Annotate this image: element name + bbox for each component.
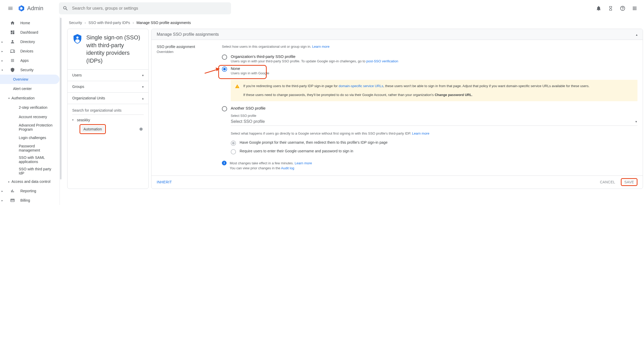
- breadcrumb: Security › SSO with third-party IDPs › M…: [62, 17, 644, 29]
- apps-grid-icon[interactable]: [629, 3, 640, 14]
- radio-require-google[interactable]: Require users to enter their Google user…: [231, 147, 637, 156]
- nav-label: 2-step verification: [19, 105, 47, 110]
- notifications-icon[interactable]: [593, 3, 604, 14]
- hamburger-menu-icon[interactable]: [4, 2, 17, 15]
- search-bar[interactable]: [59, 2, 231, 14]
- save-button[interactable]: SAVE: [624, 180, 634, 184]
- radio-icon: [231, 141, 236, 146]
- select-sso-profile[interactable]: Select SSO profile Select SSO profile▼: [231, 114, 637, 126]
- annotation-highlight: Automation: [80, 124, 106, 134]
- sidebar-item-advanced-protection[interactable]: Advanced Protection Program: [0, 122, 59, 133]
- ou-status-dot-icon: [139, 128, 143, 131]
- radio-icon: [222, 55, 227, 60]
- help-icon[interactable]: [617, 3, 628, 14]
- chevron-down-icon: ▾: [72, 118, 75, 121]
- svg-marker-3: [216, 68, 220, 71]
- ou-search[interactable]: Search for organizational units: [72, 107, 144, 115]
- breadcrumb-security[interactable]: Security: [69, 21, 82, 25]
- section-heading: SSO profile assignment Overridden: [157, 45, 209, 171]
- left-row-groups[interactable]: Groups: [68, 81, 148, 92]
- nav-label: Overview: [13, 77, 28, 81]
- learn-more-link[interactable]: Learn more: [312, 45, 329, 49]
- search-input[interactable]: [72, 6, 227, 11]
- tasks-hourglass-icon[interactable]: [605, 3, 616, 14]
- nav-label: Apps: [20, 58, 29, 63]
- sidebar-item-authentication[interactable]: ▾Authentication: [0, 93, 59, 103]
- nav-label: Devices: [20, 49, 33, 53]
- sidebar-item-reporting[interactable]: ▸Reporting: [0, 186, 59, 196]
- nav-label: Reporting: [20, 189, 36, 193]
- info-row: i Most changes take effect in a few minu…: [222, 161, 637, 171]
- sidebar-item-password-mgmt[interactable]: Password management: [0, 142, 59, 154]
- ou-child-automation[interactable]: Automation: [81, 126, 104, 132]
- sidebar: Home Dashboard ▸Directory ▸Devices ▸Apps…: [0, 17, 59, 205]
- sidebar-item-sso-third-party[interactable]: SSO with third party IdP: [0, 165, 59, 177]
- ou-root[interactable]: ▾seaskky: [72, 117, 144, 123]
- nav-label: SSO with third party IdP: [19, 167, 57, 175]
- nav-label: Dashboard: [20, 30, 38, 34]
- header-actions: [593, 3, 640, 14]
- nav-label: Advanced Protection Program: [19, 123, 57, 131]
- left-panel: Single sign-on (SSO) with third-party id…: [67, 29, 149, 189]
- left-row-ou[interactable]: Organizational Units: [68, 92, 148, 104]
- radio-icon: [222, 106, 227, 111]
- audit-log-link[interactable]: Audit log: [281, 166, 294, 170]
- search-icon: [63, 5, 68, 11]
- nav-label: Authentication: [11, 96, 35, 100]
- info-icon: i: [222, 161, 227, 165]
- radio-icon: [231, 149, 236, 154]
- radio-prompt-redirect[interactable]: Have Google prompt for their username, t…: [231, 139, 637, 147]
- chevron-down-icon: ▼: [635, 120, 637, 123]
- sidebar-item-apps[interactable]: ▸Apps: [0, 56, 59, 65]
- chevron-right-icon: ›: [85, 21, 86, 25]
- sidebar-item-security[interactable]: ▾Security: [0, 65, 59, 75]
- radio-org-sso[interactable]: Organization's third-party SSO profile U…: [222, 53, 637, 65]
- sidebar-item-overview[interactable]: Overview: [0, 75, 59, 84]
- intro-text: Select how users in this organizational …: [222, 45, 637, 49]
- radio-another-sso[interactable]: Another SSO profile: [222, 104, 637, 113]
- right-panel-footer: INHERIT CANCEL SAVE: [151, 176, 643, 189]
- inherit-button[interactable]: INHERIT: [157, 180, 172, 184]
- sidebar-item-dashboard[interactable]: Dashboard: [0, 28, 59, 37]
- chevron-down-icon: [142, 85, 144, 89]
- nav-label: Password management: [19, 144, 57, 152]
- learn-more-link[interactable]: Learn more: [295, 161, 312, 165]
- nav-label: Directory: [20, 40, 35, 44]
- sidebar-item-billing[interactable]: ▸Billing: [0, 196, 59, 205]
- sidebar-item-sso-saml[interactable]: SSO with SAML applications: [0, 154, 59, 165]
- radio-icon: [222, 67, 227, 72]
- right-panel-header[interactable]: Manage SSO profile assignments: [151, 29, 643, 40]
- cancel-button[interactable]: CANCEL: [600, 180, 615, 184]
- sidebar-item-alert-center[interactable]: Alert center: [0, 84, 59, 93]
- radio-none[interactable]: None Users sign in with Google: [222, 65, 637, 77]
- sidebar-item-login-challenges[interactable]: Login challenges: [0, 133, 59, 142]
- sidebar-item-account-recovery[interactable]: Account recovery: [0, 112, 59, 122]
- nav-label: Login challenges: [19, 136, 46, 140]
- app-name: Admin: [27, 5, 43, 12]
- sidebar-item-devices[interactable]: ▸Devices: [0, 46, 59, 56]
- warning-icon: [235, 84, 240, 89]
- logo-area[interactable]: Admin: [18, 5, 43, 12]
- left-row-users[interactable]: Users: [68, 69, 148, 81]
- annotation-highlight: SAVE: [621, 178, 637, 186]
- left-panel-title: Single sign-on (SSO) with third-party id…: [86, 34, 144, 65]
- breadcrumb-sso[interactable]: SSO with third-party IDPs: [88, 21, 130, 25]
- chevron-right-icon: ›: [133, 21, 134, 25]
- learn-more-link[interactable]: Learn more: [412, 131, 429, 135]
- domain-urls-link[interactable]: domain-specific service URLs: [339, 84, 383, 88]
- nav-label: Access and data control: [11, 179, 50, 184]
- nav-label: Account recovery: [19, 115, 47, 119]
- post-sso-link[interactable]: post-SSO verification: [366, 59, 398, 63]
- security-shield-icon: [72, 34, 83, 44]
- svg-point-1: [76, 37, 78, 39]
- breadcrumb-current: Manage SSO profile assignments: [136, 21, 191, 25]
- sidebar-item-home[interactable]: Home: [0, 18, 59, 28]
- sidebar-item-access-data[interactable]: ▸Access and data control: [0, 177, 59, 186]
- warning-box: If you're redirecting users to the third…: [231, 80, 637, 101]
- right-panel: Manage SSO profile assignments SSO profi…: [151, 29, 643, 189]
- sidebar-item-directory[interactable]: ▸Directory: [0, 37, 59, 46]
- nav-label: Home: [20, 21, 30, 25]
- svg-point-0: [20, 7, 22, 9]
- sidebar-item-2step[interactable]: 2-step verification: [0, 103, 59, 112]
- nav-label: Security: [20, 68, 34, 72]
